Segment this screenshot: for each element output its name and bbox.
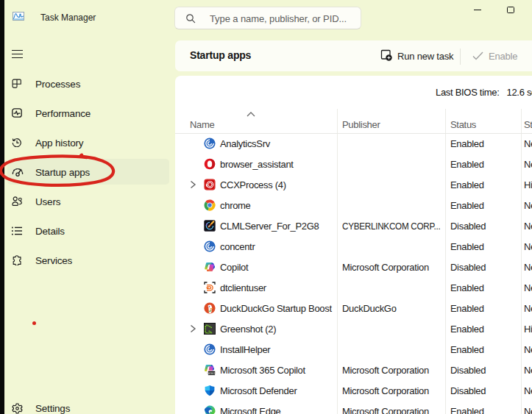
- svg-text:M365: M365: [208, 371, 216, 374]
